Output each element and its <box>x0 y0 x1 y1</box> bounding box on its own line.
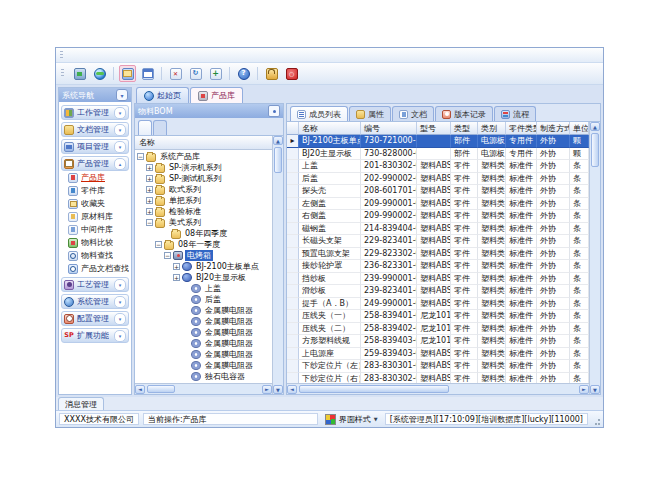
row-selector[interactable] <box>287 360 299 373</box>
sidebar-entry[interactable]: 项目管理 ▾ <box>61 139 129 154</box>
table-row[interactable]: 预置电源支架 229-823302-00X 塑料ABS 零件 塑料类 标准件 外… <box>287 248 589 261</box>
sidebar-entry[interactable]: 扩展功能 ▾ <box>61 328 129 343</box>
tree-item[interactable]: 金属膜电阻器 <box>135 338 272 349</box>
section-chevron-button[interactable]: ▾ <box>114 124 126 136</box>
table-row[interactable]: 压线夹（二） 258-839402-00X 尼龙1010 零件 塑料类 标准件 … <box>287 323 589 336</box>
table-row[interactable]: ▸ BJ-2100主板单点 730-721000-12X 部件 电源板 专用件 … <box>287 135 589 148</box>
tree-item[interactable]: + BJ-2100主板单点 <box>135 261 272 272</box>
toolbar-button[interactable] <box>71 65 88 82</box>
sidebar-entry[interactable]: 产品管理 ▴ <box>61 156 129 171</box>
toolbar-button[interactable] <box>235 65 252 82</box>
tree-item[interactable]: + SP-演示机系列 <box>135 162 272 173</box>
table-row[interactable]: 长磁头支架 229-823401-00X 塑料ABS 零件 塑料类 标准件 外协… <box>287 235 589 248</box>
row-selector[interactable] <box>287 260 299 273</box>
row-selector[interactable] <box>287 273 299 286</box>
content-tab[interactable]: 文档 <box>392 106 434 121</box>
interface-style-button[interactable]: 界面样式 ▼ <box>322 413 381 425</box>
section-chevron-button[interactable]: ▾ <box>114 141 126 153</box>
toolbar-button[interactable] <box>257 67 258 80</box>
table-row[interactable]: 方形塑料线规 258-839403-00X 尼龙1010 零件 塑料类 标准件 … <box>287 335 589 348</box>
column-header[interactable]: 制造方式 <box>537 122 570 135</box>
tree-vscroll-thumb[interactable] <box>274 147 282 173</box>
sidebar-entry[interactable]: 配置管理 ▾ <box>61 311 129 326</box>
row-selector[interactable] <box>287 198 299 211</box>
bom-version-tab[interactable] <box>153 120 167 135</box>
tree-column-header[interactable]: 名称 <box>135 136 272 150</box>
column-header[interactable]: 名称 <box>299 122 361 135</box>
tree-expander[interactable] <box>162 230 169 237</box>
scroll-right-icon[interactable]: ► <box>579 385 589 394</box>
scroll-up-icon[interactable]: ▲ <box>590 122 600 131</box>
tree-item[interactable]: − 系统产品库 <box>135 151 272 162</box>
tree-expander[interactable] <box>182 351 189 358</box>
tree-expander[interactable]: + <box>173 263 180 270</box>
table-row[interactable]: 提手（A．B） 249-990001-01X 塑料ABS 零件 塑料类 标准件 … <box>287 298 589 311</box>
table-row[interactable]: 滑纱板 239-823401-00X 塑料ABS 零件 塑料类 标准件 外协 条 <box>287 285 589 298</box>
tree-expander[interactable]: + <box>146 186 153 193</box>
sidebar-entry[interactable]: 产品文档查找 <box>59 262 131 275</box>
tree-expander[interactable] <box>182 362 189 369</box>
tree-expander[interactable]: − <box>164 252 171 259</box>
toolbar-button[interactable] <box>161 67 162 80</box>
tree-horizontal-scrollbar[interactable]: ◄ ► <box>135 383 272 394</box>
table-row[interactable]: 右侧盖 209-990002-01X 塑料ABS 零件 塑料类 标准件 外协 条 <box>287 210 589 223</box>
sidebar-entry[interactable]: 收藏夹 <box>59 197 131 210</box>
scroll-right-icon[interactable]: ► <box>262 385 272 394</box>
section-chevron-button[interactable]: ▾ <box>114 107 126 119</box>
menu-item[interactable] <box>104 51 114 60</box>
table-row[interactable]: 上盖 201-830302-00X 塑料ABS 零件 塑料类 标准件 外协 条 <box>287 160 589 173</box>
toolbar-button[interactable] <box>119 65 136 82</box>
row-selector[interactable] <box>287 323 299 336</box>
tree-hscroll-thumb[interactable] <box>147 385 175 393</box>
tree-item[interactable]: 金属膜电阻器 <box>135 349 272 360</box>
tree-expander[interactable]: − <box>146 219 153 226</box>
row-selector[interactable]: ▸ <box>287 135 299 148</box>
sidebar-entry[interactable]: 工作管理 ▾ <box>61 105 129 120</box>
section-chevron-button[interactable]: ▾ <box>114 313 126 325</box>
tree-item[interactable]: 后盖 <box>135 294 272 305</box>
section-chevron-button[interactable]: ▴ <box>114 158 126 170</box>
tree-expander[interactable]: + <box>146 175 153 182</box>
table-row[interactable]: 后盖 202-990002-01X 塑料ABS 零件 塑料类 标准件 外协 条 <box>287 173 589 186</box>
tree-expander[interactable] <box>182 307 189 314</box>
row-selector[interactable] <box>287 173 299 186</box>
table-row[interactable]: 接纱轮护罩 236-823301-00X 塑料ABS 零件 塑料类 标准件 外协… <box>287 260 589 273</box>
row-selector[interactable] <box>287 310 299 323</box>
column-header[interactable]: 编号 <box>361 122 417 135</box>
section-chevron-button[interactable]: ▾ <box>114 279 126 291</box>
tree-expander[interactable]: − <box>137 153 144 160</box>
scroll-down-icon[interactable]: ▼ <box>590 385 600 394</box>
toolbar-button[interactable] <box>113 67 114 80</box>
tree-expander[interactable]: + <box>146 197 153 204</box>
sidebar-entry[interactable]: 物料查找 <box>59 249 131 262</box>
row-selector[interactable] <box>287 223 299 236</box>
table-hscroll-thumb[interactable] <box>299 385 449 393</box>
scroll-left-icon[interactable]: ◄ <box>135 385 145 394</box>
tree-vertical-scrollbar[interactable]: ▲ ▼ <box>272 136 283 394</box>
resize-grip[interactable] <box>592 413 600 425</box>
sidebar-entry[interactable]: 原材料库 <box>59 210 131 223</box>
scroll-down-icon[interactable]: ▼ <box>273 385 283 394</box>
table-row[interactable]: 磁钢盖 214-839404-01X 塑料ABS 零件 塑料类 标准件 外协 条 <box>287 223 589 236</box>
section-chevron-button[interactable]: ▾ <box>114 330 126 342</box>
row-selector[interactable] <box>287 248 299 261</box>
tree-item[interactable]: + SP-测试机系列 <box>135 173 272 184</box>
pin-icon[interactable] <box>268 105 280 117</box>
tree-expander[interactable] <box>182 318 189 325</box>
sidebar-collapse-button[interactable]: ▾ <box>116 89 128 101</box>
toolbar-button[interactable] <box>263 65 280 82</box>
tree-item[interactable]: + 单把系列 <box>135 195 272 206</box>
toolbar-button[interactable] <box>229 67 230 80</box>
toolbar-grip[interactable] <box>61 69 64 78</box>
toolbar-button[interactable] <box>139 65 156 82</box>
tree-item[interactable]: + BJ20主显示板 <box>135 272 272 283</box>
row-selector[interactable] <box>287 348 299 361</box>
column-header[interactable]: 零件类型 <box>506 122 537 135</box>
tree-expander[interactable] <box>182 340 189 347</box>
tree-expander[interactable]: − <box>155 241 162 248</box>
sidebar-entry[interactable]: 工艺管理 ▾ <box>61 277 129 292</box>
menu-item[interactable] <box>68 51 78 60</box>
bom-version-tab[interactable] <box>138 120 152 135</box>
section-chevron-button[interactable]: ▾ <box>114 296 126 308</box>
tree-item[interactable]: 金属膜电阻器 <box>135 360 272 371</box>
